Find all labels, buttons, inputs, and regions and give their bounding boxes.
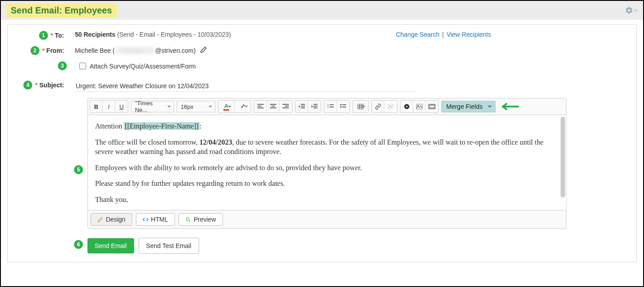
- insert-link-button[interactable]: [372, 101, 384, 112]
- from-redacted: hidden: [116, 47, 154, 54]
- scrollbar[interactable]: [561, 117, 565, 197]
- marker-2: 2: [30, 46, 39, 55]
- svg-text:2: 2: [327, 106, 329, 108]
- edit-from-icon[interactable]: [200, 46, 207, 55]
- to-label: To:: [55, 32, 64, 39]
- bullet-list-button[interactable]: [337, 101, 349, 112]
- from-label: From:: [46, 47, 64, 54]
- svg-point-7: [417, 105, 418, 107]
- tab-design[interactable]: Design: [91, 213, 132, 226]
- send-email-button[interactable]: Send Email: [87, 238, 134, 253]
- from-name: Michelle Bee (: [75, 47, 115, 54]
- marker-1: 1: [39, 31, 48, 40]
- send-test-email-button[interactable]: Send Test Email: [139, 238, 199, 254]
- required-indicator: *: [51, 32, 53, 39]
- actions-row: 6 Send Email Send Test Email: [87, 238, 627, 254]
- editor-body[interactable]: Attention [[Employee-First-Name]]: The o…: [88, 115, 566, 210]
- indent-button[interactable]: [308, 101, 321, 112]
- font-color-button[interactable]: A: [218, 101, 235, 112]
- to-count: 50 Recipients: [75, 31, 115, 38]
- settings-gear-icon[interactable]: [625, 6, 638, 14]
- editor-toolbar: B I U "Times Ne... 16px A: [88, 99, 566, 115]
- top-bar: Send Email: Employees: [1, 1, 643, 20]
- subject-row: 4 * Subject:: [17, 81, 627, 92]
- body-p4: Thank you,: [95, 195, 559, 205]
- greeting-pre: Attention: [95, 122, 124, 130]
- highlight-color-button[interactable]: [235, 101, 251, 112]
- marker-6: 6: [74, 240, 83, 249]
- attach-label: Attach Survey/Quiz/Assessment/Form: [90, 63, 196, 70]
- svg-point-10: [186, 218, 189, 221]
- remove-link-button[interactable]: [384, 101, 397, 112]
- editor-mode-tabs: Design HTML Preview: [88, 210, 566, 228]
- required-indicator: *: [42, 47, 44, 54]
- marker-3: 3: [58, 61, 67, 70]
- to-row: 1 * To: 50 Recipients (Send - Email - Em…: [17, 31, 627, 40]
- underline-button[interactable]: U: [115, 101, 128, 112]
- insert-table-button[interactable]: [353, 101, 368, 112]
- subject-input[interactable]: [75, 81, 416, 92]
- body-p3: Please stand by for further updates rega…: [95, 179, 559, 188]
- align-left-button[interactable]: [254, 101, 267, 112]
- tab-html[interactable]: HTML: [136, 213, 175, 226]
- from-domain: @striven.com): [155, 47, 196, 54]
- attach-checkbox[interactable]: [79, 63, 86, 69]
- bold-button[interactable]: B: [90, 101, 103, 112]
- insert-video-button[interactable]: [400, 101, 413, 112]
- body-p1-date: 12/04/2023: [200, 138, 232, 146]
- required-indicator: *: [35, 81, 37, 89]
- rich-text-editor: B I U "Times Ne... 16px A: [87, 98, 566, 229]
- align-right-button[interactable]: [279, 101, 292, 112]
- outdent-button[interactable]: [296, 101, 308, 112]
- svg-point-3: [340, 107, 342, 108]
- pointer-arrow-icon: [497, 103, 519, 111]
- tab-preview[interactable]: Preview: [178, 213, 223, 226]
- page-title: Send Email: Employees: [6, 4, 117, 17]
- change-search-link[interactable]: Change Search: [396, 31, 439, 38]
- link-separator: |: [442, 31, 444, 38]
- subject-label: Subject:: [39, 81, 64, 89]
- body-p1-pre: The office will be closed tomorrow,: [95, 138, 200, 146]
- tab-preview-label: Preview: [194, 216, 216, 223]
- merge-field-token: [[Employee-First-Name]]: [124, 122, 199, 130]
- marker-4: 4: [23, 81, 32, 90]
- font-family-select[interactable]: "Times Ne...: [131, 101, 174, 112]
- body-p2: Employees with the ability to work remot…: [95, 163, 559, 173]
- svg-rect-4: [357, 104, 364, 109]
- insert-media-button[interactable]: [426, 101, 438, 112]
- font-size-select[interactable]: 16px: [177, 101, 215, 112]
- attach-row: 3 Attach Survey/Quiz/Assessment/Form: [17, 61, 627, 71]
- to-detail: (Send - Email - Employees - 10/03/2023): [117, 31, 231, 38]
- merge-fields-dropdown[interactable]: Merge Fields: [441, 101, 496, 112]
- svg-point-2: [340, 104, 342, 106]
- align-center-button[interactable]: [267, 101, 279, 112]
- marker-5: 5: [74, 165, 83, 174]
- email-form-panel: 1 * To: 50 Recipients (Send - Email - Em…: [7, 24, 637, 262]
- tab-html-label: HTML: [151, 216, 168, 223]
- insert-image-button[interactable]: [413, 101, 426, 112]
- from-row: 2 * From: Michelle Bee ( hidden @striven…: [17, 46, 627, 55]
- editor-row: 5 B I U "Times Ne... 16px A: [17, 98, 627, 229]
- greeting-post: :: [200, 122, 201, 130]
- svg-rect-9: [429, 105, 435, 108]
- tab-design-label: Design: [106, 216, 126, 223]
- italic-button[interactable]: I: [103, 101, 115, 112]
- numbered-list-button[interactable]: 12: [324, 101, 337, 112]
- view-recipients-link[interactable]: View Recipients: [447, 31, 491, 38]
